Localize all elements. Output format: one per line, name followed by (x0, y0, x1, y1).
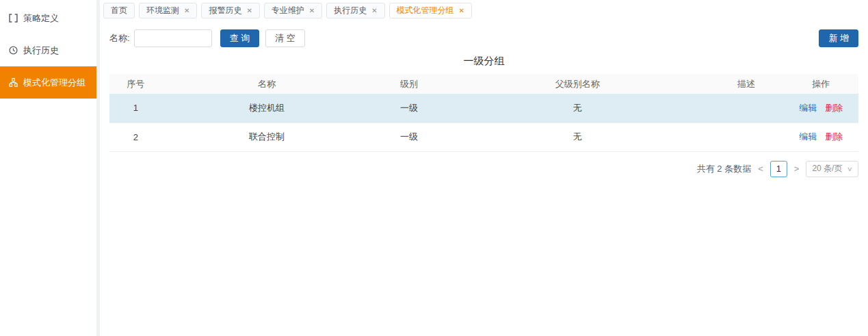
query-button[interactable]: 查 询 (220, 29, 260, 47)
close-icon[interactable]: ✕ (459, 8, 464, 14)
tab-label: 报警历史 (209, 5, 241, 16)
table-row[interactable]: 1 楼控机组 一级 无 编辑删除 (109, 94, 858, 122)
tab-label: 专业维护 (272, 5, 304, 16)
next-page-icon[interactable]: > (793, 164, 800, 174)
history-clock-icon (9, 46, 18, 55)
tab-alarm-history[interactable]: 报警历史 ✕ (201, 3, 259, 18)
header-desc: 描述 (709, 74, 784, 94)
cell-level: 一级 (371, 94, 447, 122)
header-name: 名称 (162, 74, 372, 94)
cell-desc (709, 94, 784, 122)
section-title: 一级分组 (100, 47, 868, 74)
table-header-row: 序号 名称 级别 父级别名称 描述 操作 (109, 74, 858, 94)
header-level: 级别 (371, 74, 447, 94)
cell-ops: 编辑删除 (783, 94, 858, 122)
close-icon[interactable]: ✕ (184, 8, 189, 14)
delete-link[interactable]: 删除 (825, 131, 843, 142)
tab-bar: 首页 环境监测 ✕ 报警历史 ✕ 专业维护 ✕ 执行历史 ✕ 模式化管理分组 ✕ (100, 0, 868, 21)
tab-modular-group[interactable]: 模式化管理分组 ✕ (389, 3, 472, 18)
cell-ops: 编辑删除 (783, 122, 858, 151)
group-table: 序号 名称 级别 父级别名称 描述 操作 1 楼控机组 一级 无 (109, 74, 858, 152)
group-hierarchy-icon (9, 78, 18, 87)
cell-parent: 无 (447, 94, 709, 122)
cell-parent: 无 (447, 122, 709, 151)
header-ops: 操作 (783, 74, 858, 94)
tab-home[interactable]: 首页 (103, 3, 135, 18)
close-icon[interactable]: ✕ (309, 8, 315, 14)
add-button[interactable]: 新 增 (819, 29, 858, 47)
total-count-text: 共有 2 条数据 (697, 163, 751, 175)
tab-professional-maintenance[interactable]: 专业维护 ✕ (264, 3, 322, 18)
app-layout: 策略定义 执行历史 模式化管理分组 首页 环境监测 ✕ 报警历史 (0, 0, 868, 336)
delete-link[interactable]: 删除 (825, 103, 843, 113)
header-index: 序号 (109, 74, 162, 94)
clear-button[interactable]: 清 空 (265, 29, 305, 47)
page-size-value: 20 条/页 (812, 163, 842, 175)
sidebar-item-label: 模式化管理分组 (23, 77, 86, 89)
tab-label: 模式化管理分组 (397, 5, 454, 16)
sidebar-item-label: 执行历史 (23, 44, 59, 57)
header-parent: 父级别名称 (447, 74, 709, 94)
close-icon[interactable]: ✕ (246, 8, 252, 14)
cell-index: 2 (109, 122, 162, 151)
tab-label: 环境监测 (146, 5, 179, 16)
cell-name: 楼控机组 (162, 94, 372, 122)
name-label: 名称: (109, 32, 130, 44)
page-number-button[interactable]: 1 (770, 161, 787, 177)
chevron-down-icon: ∨ (847, 166, 853, 172)
close-icon[interactable]: ✕ (371, 8, 377, 14)
sidebar-item-label: 策略定义 (23, 12, 59, 25)
tab-label: 首页 (111, 5, 127, 16)
tab-env-monitor[interactable]: 环境监测 ✕ (139, 3, 197, 18)
name-search-input[interactable] (134, 29, 212, 47)
edit-link[interactable]: 编辑 (799, 103, 817, 113)
toolbar: 名称: 查 询 清 空 新 增 (100, 21, 868, 47)
sidebar-item-exec-history[interactable]: 执行历史 (0, 34, 96, 66)
sidebar-item-strategy[interactable]: 策略定义 (0, 2, 96, 34)
cell-name: 联合控制 (162, 122, 372, 151)
tab-label: 执行历史 (334, 5, 367, 16)
cell-level: 一级 (371, 122, 447, 151)
main-area: 首页 环境监测 ✕ 报警历史 ✕ 专业维护 ✕ 执行历史 ✕ 模式化管理分组 ✕ (100, 0, 868, 336)
pagination: 共有 2 条数据 < 1 > 20 条/页 ∨ (100, 152, 868, 177)
page-size-select[interactable]: 20 条/页 ∨ (806, 161, 858, 177)
table-row[interactable]: 2 联合控制 一级 无 编辑删除 (109, 122, 858, 151)
edit-link[interactable]: 编辑 (799, 131, 817, 142)
tab-exec-history[interactable]: 执行历史 ✕ (326, 3, 384, 18)
sidebar: 策略定义 执行历史 模式化管理分组 (0, 0, 100, 336)
prev-page-icon[interactable]: < (757, 164, 764, 174)
cell-desc (709, 122, 784, 151)
sidebar-item-modular-group[interactable]: 模式化管理分组 (0, 66, 96, 99)
strategy-icon (9, 14, 18, 23)
cell-index: 1 (109, 94, 162, 122)
